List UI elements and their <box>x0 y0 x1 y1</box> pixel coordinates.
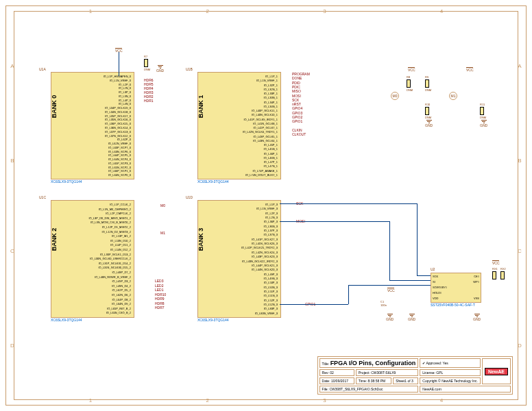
file: CW308T_S6LX9_FPGAIO.SchDoc <box>329 387 383 391</box>
pin-label: IO_L33P_1 <box>264 92 278 95</box>
pin-label: IO_L14P_D11_2 <box>110 243 131 247</box>
ruler-bottom: 1 2 3 4 <box>0 395 532 406</box>
ruler-top: 1 2 3 4 <box>0 5 532 16</box>
u1c-ref: U1C <box>39 195 46 199</box>
pin-label: IO_L52P_3 <box>264 299 278 302</box>
u1b-ref: U1B <box>186 67 193 71</box>
url: NewAE.com <box>420 386 511 393</box>
net-label: CLKIN <box>292 128 302 132</box>
sheet: Sheet1 of 3 <box>393 377 418 384</box>
pin-label: IO_L1P_3 <box>265 203 278 206</box>
net-m1: M1 <box>160 231 165 235</box>
pin-label: IO_L36N_GCLK14_0 <box>105 126 131 129</box>
pin-label: IO_L44N_GCLK20_3 <box>252 268 278 271</box>
pin-label: IO_L37N_3 <box>264 233 278 236</box>
newae-logo: NewAE <box>485 368 508 375</box>
net-label: GPIO2 <box>292 115 302 119</box>
date: 10/09/2017 <box>331 379 348 383</box>
pin-label: IO_L64N_D9_2 <box>112 302 131 306</box>
pin-label: IO_L2P_0 <box>119 83 131 86</box>
pin-label: IO_L52N_3 <box>264 303 278 306</box>
pin-label: IO_L51N_3 <box>264 294 278 297</box>
pin-label: IO_L64P_SCP5_0 <box>108 153 131 157</box>
title-block: Title: FPGA I/O Pins, Configuration ✔ Ap… <box>317 356 513 395</box>
wire <box>348 285 349 304</box>
r9: R9DNM <box>425 75 431 92</box>
r11: R11DNM <box>480 103 486 119</box>
pin-label: IO_L30N_GCLK0_USERCCLK_2 <box>90 257 131 260</box>
pin-label: IO_L40N_GCLK10_1 <box>252 113 278 116</box>
c1: C1100n <box>380 300 387 307</box>
pin-label: IO_L48P_D7_2 <box>112 271 131 274</box>
pin-label: IO_L41P_GCLK27_3 <box>252 238 278 241</box>
pin-label: IO_L4P_0 <box>119 99 131 102</box>
pin-label: IO_L41P_GCLK9_IRDY1_1 <box>243 118 278 121</box>
u1a-ref: U1A <box>39 67 46 71</box>
vcc-m1: VCC <box>466 67 474 72</box>
wire <box>417 275 431 276</box>
pin-label: IO_L66P_SCP1_0 <box>108 169 131 173</box>
pin-label: IO_L62N_D6_2 <box>112 293 131 297</box>
pin-label: IO_L1N_M0_CMPMISO_2 <box>99 208 131 211</box>
m1-port: M1 <box>449 92 457 100</box>
pin-label: IO_L47N_1 <box>264 164 278 168</box>
pin-label: IO_L65P_SCP3_0 <box>108 162 131 165</box>
pin-label: IO_L49P_3 <box>264 273 278 276</box>
pin-label: IO_L74P_AWAKE_1 <box>252 169 278 173</box>
pin-label: IO_L31N_GCLK30_D15_2 <box>98 266 131 269</box>
ruler-right: A B C D <box>513 0 527 411</box>
pin-label: IO_L14N_D12_2 <box>110 248 131 251</box>
pin-label: IO_L47P_1 <box>264 160 278 164</box>
pin-label: IO_L65N_CSO_B_2 <box>106 311 131 314</box>
net-label: HDR8 <box>155 301 165 306</box>
u1b-part: XC6SLX9-3TQG144 <box>197 179 229 184</box>
pin-label: IO_L12P_D1_MISO2_2 <box>102 225 131 229</box>
gnd-m1: GND <box>480 120 487 127</box>
pin-label: IO_L34N_GCLK18_0 <box>105 110 131 114</box>
u1d-part: XC6SLX9-3TQG144 <box>197 318 229 322</box>
net-label: LED3 <box>155 279 164 283</box>
net-label: HDR9 <box>155 297 165 301</box>
gnd-r7: GND <box>156 65 164 73</box>
pin-label: IO_L63N_SCP6_0 <box>108 150 131 153</box>
pin-label: IO_L12N_D2_MISO3_2 <box>102 230 131 234</box>
pin-label: IO_L1P_HSWAPEN_0 <box>104 75 131 78</box>
pin-label: IO_L1N_VREF_1 <box>256 79 278 82</box>
rev: 02 <box>330 371 334 375</box>
pin-label: IO_L34N_1 <box>264 105 278 108</box>
pin-label: IO_L34P_1 <box>264 101 278 104</box>
pin-label: IO_L62N_VREF_0 <box>108 142 131 145</box>
rx1: RX1 <box>492 267 498 280</box>
pin-label: IO_L34P_GCLK19_0 <box>105 106 131 110</box>
pin-label: IO_L49N_3 <box>264 277 278 280</box>
bank-1-label: BANK 1 <box>197 95 204 118</box>
pin-label: IO_L36P_3 <box>264 220 278 223</box>
pin-label: IO_L42N_GCLK24_3 <box>252 251 278 254</box>
flash-pin: WP# <box>473 280 479 284</box>
pin-label: IO_L33N_1 <box>264 96 278 99</box>
pin-label: IO_L37P_3 <box>264 229 278 232</box>
vcc-flash1: VCC <box>387 288 395 292</box>
wire <box>417 203 418 275</box>
pin-label: IO_L41N_GCLK8_1 <box>253 122 278 125</box>
schematic-title: FPGA I/O Pins, Configuration <box>330 360 416 366</box>
pin-label: IO_L2P_CMPCLK_2 <box>106 212 131 215</box>
pin-label: IO_L13N_D10_2 <box>110 239 131 242</box>
rx2: RX2 <box>500 267 506 280</box>
pin-label: IO_L43P_GCLK23_3 <box>252 255 278 258</box>
pin-label: IO_L36P_GCLK15_0 <box>105 122 131 125</box>
pin-label: IO_L62P_D5_2 <box>112 288 131 292</box>
wire <box>280 304 348 305</box>
pin-label: IO_L46P_1 <box>264 152 278 155</box>
pin-label: IO_L50N_3 <box>264 286 278 289</box>
net-label: MOSI <box>292 94 301 98</box>
u1a-part: XC6SLX9-3TQG144 <box>51 179 82 184</box>
pin-label: IO_L51P_3 <box>264 290 278 293</box>
vcc-flash2: VCC <box>492 260 500 265</box>
net-label: MISO <box>292 89 301 93</box>
wire <box>280 203 417 204</box>
pin-label: IO_L32P_1 <box>264 84 278 87</box>
pin-label: IO_L64P_D8_2 <box>112 298 131 301</box>
u2-ref: U2 <box>431 267 435 271</box>
flash-pin: SO/RY/BY# <box>433 286 447 289</box>
